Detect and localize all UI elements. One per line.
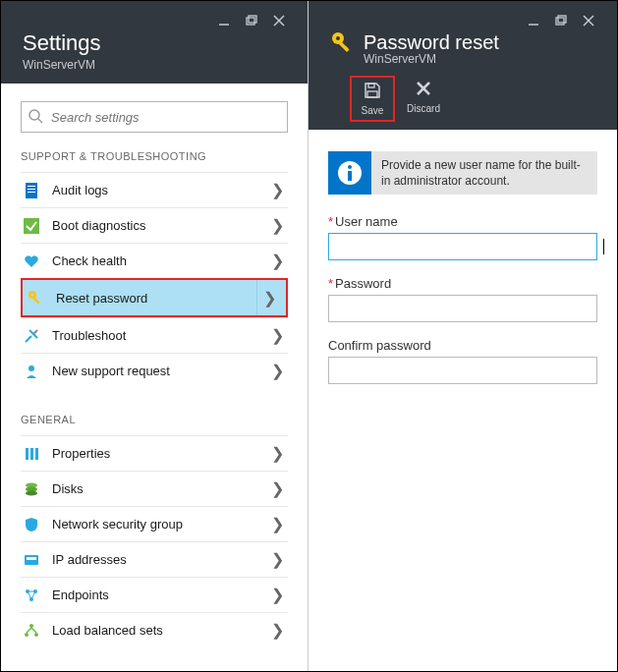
sidebar-item-properties[interactable]: Properties ❯: [21, 435, 288, 471]
password-reset-blade: Password reset WinServerVM Save Discard …: [309, 1, 617, 671]
chevron-right-icon: ❯: [271, 252, 284, 270]
sidebar-item-load-balanced[interactable]: Load balanced sets ❯: [21, 612, 288, 647]
restore-icon[interactable]: [548, 11, 574, 30]
svg-line-6: [38, 119, 42, 123]
shield-icon: [23, 516, 40, 533]
password-title: Password reset: [364, 31, 499, 54]
svg-rect-45: [348, 171, 352, 181]
restore-icon[interactable]: [239, 11, 264, 30]
svg-rect-40: [367, 91, 377, 97]
svg-rect-14: [32, 297, 39, 304]
minimize-icon[interactable]: [521, 11, 546, 30]
svg-rect-18: [35, 448, 38, 460]
settings-blade: Settings WinServerVM SUPPORT & TROUBLESH…: [1, 1, 309, 671]
chevron-right-icon: ❯: [271, 479, 284, 498]
svg-point-5: [29, 110, 39, 120]
key-icon: [330, 30, 354, 54]
toolbar: Save Discard: [330, 66, 601, 130]
window-chrome-left: [23, 11, 292, 32]
sidebar-item-label: Boot diagnostics: [52, 218, 145, 233]
sidebar-item-label: Load balanced sets: [52, 623, 163, 638]
username-label-text: User name: [335, 214, 398, 229]
chevron-right-icon: ❯: [271, 181, 284, 199]
minimize-icon[interactable]: [211, 11, 237, 30]
settings-header: Settings WinServerVM: [1, 1, 308, 84]
svg-rect-37: [339, 41, 350, 52]
info-text: Provide a new user name for the built-in…: [371, 151, 597, 195]
disks-icon: [23, 480, 40, 498]
boot-diag-icon: [23, 217, 40, 235]
save-icon: [364, 82, 381, 103]
confirm-label: Confirm password: [328, 338, 597, 353]
svg-rect-32: [558, 16, 566, 23]
svg-rect-9: [28, 189, 35, 190]
svg-rect-31: [556, 18, 564, 25]
audit-log-icon: [23, 182, 40, 199]
sidebar-item-boot-diagnostics[interactable]: Boot diagnostics ❯: [21, 207, 288, 243]
svg-rect-16: [26, 448, 28, 460]
search-settings: [21, 101, 288, 133]
search-icon: [28, 108, 43, 128]
svg-rect-1: [247, 18, 254, 25]
svg-rect-17: [30, 448, 33, 460]
username-input[interactable]: [328, 233, 597, 260]
key-icon: [27, 289, 44, 307]
svg-rect-8: [28, 186, 35, 187]
sidebar-item-label: Network security group: [52, 517, 183, 532]
sidebar-item-check-health[interactable]: Check health ❯: [21, 243, 288, 278]
section-support: SUPPORT & TROUBLESHOOTING: [21, 150, 288, 162]
sidebar-item-audit-logs[interactable]: Audit logs ❯: [21, 172, 288, 207]
sidebar-item-endpoints[interactable]: Endpoints ❯: [21, 577, 288, 612]
svg-point-29: [34, 633, 38, 637]
chevron-right-icon: ❯: [271, 444, 284, 463]
sidebar-item-label: Properties: [52, 446, 110, 461]
password-subtitle: WinServerVM: [364, 52, 601, 66]
svg-point-15: [28, 365, 34, 371]
close-icon[interactable]: [576, 11, 601, 30]
confirm-input[interactable]: [328, 357, 597, 384]
password-label-text: Password: [335, 276, 391, 291]
properties-icon: [23, 445, 40, 463]
chevron-right-icon: ❯: [271, 621, 284, 640]
svg-rect-39: [368, 84, 374, 87]
sidebar-item-disks[interactable]: Disks ❯: [21, 471, 288, 506]
search-input[interactable]: [21, 101, 288, 133]
sidebar-item-nsg[interactable]: Network security group ❯: [21, 506, 288, 541]
sidebar-item-reset-password[interactable]: Reset password ❯: [21, 278, 288, 317]
save-button[interactable]: Save: [350, 76, 395, 122]
settings-subtitle: WinServerVM: [23, 58, 292, 72]
sidebar-item-label: New support request: [52, 364, 170, 378]
info-icon: [328, 151, 371, 195]
sidebar-item-label: Endpoints: [52, 588, 109, 602]
sidebar-item-ip[interactable]: IP addresses ❯: [21, 541, 288, 577]
password-field: *Password: [328, 276, 597, 322]
svg-rect-2: [249, 16, 256, 23]
chevron-right-icon: ❯: [271, 326, 284, 345]
password-label: *Password: [328, 276, 597, 291]
svg-rect-10: [28, 192, 35, 193]
chevron-right-icon: ❯: [271, 216, 284, 235]
ip-icon: [23, 551, 40, 569]
info-banner: Provide a new user name for the built-in…: [328, 151, 597, 195]
sidebar-item-label: IP addresses: [52, 552, 127, 567]
confirm-field: Confirm password: [328, 338, 597, 384]
svg-rect-7: [26, 183, 37, 198]
discard-button[interactable]: Discard: [401, 76, 446, 122]
discard-icon: [415, 80, 432, 101]
window-chrome-right: [330, 11, 601, 32]
close-icon[interactable]: [266, 11, 292, 30]
tools-icon: [23, 327, 40, 345]
svg-rect-11: [24, 218, 39, 234]
password-input[interactable]: [328, 295, 597, 322]
sidebar-item-label: Disks: [52, 481, 84, 496]
chevron-right-icon: ❯: [271, 362, 284, 380]
discard-label: Discard: [407, 103, 440, 114]
sidebar-item-new-support[interactable]: New support request ❯: [21, 353, 288, 388]
support-icon: [23, 363, 40, 380]
sidebar-item-troubleshoot[interactable]: Troubleshoot ❯: [21, 317, 288, 353]
text-caret: [603, 239, 604, 254]
sidebar-item-label: Check health: [52, 253, 127, 268]
settings-content: SUPPORT & TROUBLESHOOTING Audit logs ❯ B…: [1, 84, 308, 671]
sidebar-item-label: Reset password: [56, 291, 147, 306]
svg-point-28: [25, 633, 28, 637]
